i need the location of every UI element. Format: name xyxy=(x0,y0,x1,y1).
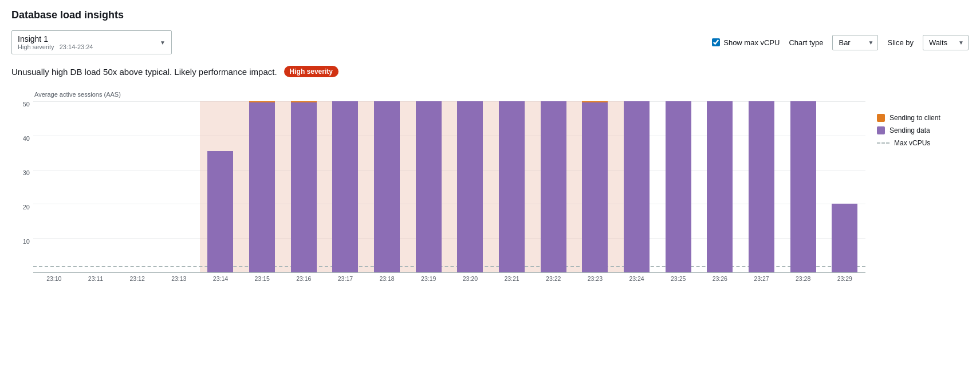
x-tick-2310: 23:10 xyxy=(33,275,75,282)
bar-group-12 xyxy=(533,101,574,272)
bar-12 xyxy=(541,101,566,272)
chart-area: Average active sessions (AAS) 50 40 30 2… xyxy=(11,91,865,282)
legend-sending-to-client: Sending to client xyxy=(877,114,969,122)
x-tick-2320: 23:20 xyxy=(450,275,491,282)
bar-5 xyxy=(249,101,275,272)
insight-dropdown-arrow: ▼ xyxy=(160,39,166,46)
bar-group-8 xyxy=(366,101,408,272)
bar-group-2 xyxy=(116,101,158,272)
slice-by-select[interactable]: Waits SQL Users Hosts xyxy=(923,35,969,50)
y-tick-50: 50 xyxy=(23,101,30,108)
show-max-vcpu-label[interactable]: Show max vCPU xyxy=(712,38,780,47)
legend-label-sending-to-client: Sending to client xyxy=(890,114,940,122)
insight-selector[interactable]: Insight 1 High severity 23:14-23:24 ▼ xyxy=(11,30,172,54)
bar-8 xyxy=(374,101,400,272)
x-tick-2329: 23:29 xyxy=(824,275,865,282)
bar-6 xyxy=(291,101,317,272)
x-tick-2323: 23:23 xyxy=(574,275,616,282)
bar-14 xyxy=(624,101,650,272)
bar-group-4 xyxy=(200,101,242,272)
x-tick-2322: 23:22 xyxy=(533,275,574,282)
chart-ylabel: Average active sessions (AAS) xyxy=(34,91,865,98)
insight-severity: High severity xyxy=(18,43,54,50)
chart-type-select-wrapper[interactable]: Bar Line ▼ xyxy=(832,35,878,50)
bar-group-9 xyxy=(408,101,450,272)
alert-text: Unusually high DB load 50x above typical… xyxy=(11,67,277,77)
x-tick-2317: 23:17 xyxy=(325,275,367,282)
bar-group-16 xyxy=(699,101,741,272)
legend-sending-data: Sending data xyxy=(877,126,969,134)
legend-color-sending-to-client xyxy=(877,114,885,122)
bar-group-14 xyxy=(616,101,658,272)
y-tick-30: 30 xyxy=(23,170,30,176)
legend-label-max-vcpus: Max vCPUs xyxy=(894,139,930,147)
insight-name: Insight 1 xyxy=(18,34,153,43)
x-tick-2314: 23:14 xyxy=(200,275,242,282)
legend-max-vcpus: Max vCPUs xyxy=(877,139,969,147)
show-max-vcpu-text: Show max vCPU xyxy=(723,38,780,47)
bar-group-5 xyxy=(241,101,283,272)
bar-orange-top-13 xyxy=(582,101,608,102)
y-tick-40: 40 xyxy=(23,136,30,142)
bar-group-1 xyxy=(75,101,117,272)
chart-type-select[interactable]: Bar Line xyxy=(832,35,878,50)
x-tick-2327: 23:27 xyxy=(741,275,782,282)
legend-color-sending-data xyxy=(877,126,885,134)
controls-row: Insight 1 High severity 23:14-23:24 ▼ Sh… xyxy=(11,30,969,54)
x-tick-2325: 23:25 xyxy=(658,275,699,282)
y-tick-20: 20 xyxy=(23,204,30,211)
alert-row: Unusually high DB load 50x above typical… xyxy=(11,66,969,77)
x-tick-2311: 23:11 xyxy=(75,275,117,282)
bar-13 xyxy=(582,101,608,272)
bar-group-17 xyxy=(741,101,782,272)
bar-16 xyxy=(707,101,733,272)
bar-9 xyxy=(416,101,442,272)
insight-time-range: 23:14-23:24 xyxy=(60,43,93,50)
y-axis: 50 40 30 20 10 xyxy=(11,101,33,273)
insight-meta: High severity 23:14-23:24 xyxy=(18,43,153,50)
x-tick-2324: 23:24 xyxy=(616,275,658,282)
x-tick-2318: 23:18 xyxy=(366,275,408,282)
x-tick-2321: 23:21 xyxy=(491,275,533,282)
x-tick-2316: 23:16 xyxy=(283,275,325,282)
bar-group-0 xyxy=(33,101,75,272)
x-tick-2312: 23:12 xyxy=(116,275,158,282)
x-axis: 23:1023:1123:1223:1323:1423:1523:1623:17… xyxy=(33,275,865,282)
bar-group-6 xyxy=(283,101,325,272)
chart-plot xyxy=(33,101,865,273)
bar-orange-top-6 xyxy=(291,101,317,102)
bar-group-18 xyxy=(782,101,824,272)
x-tick-2315: 23:15 xyxy=(241,275,283,282)
chart-legend: Sending to client Sending data Max vCPUs xyxy=(877,91,969,282)
bar-group-7 xyxy=(325,101,367,272)
bar-group-19 xyxy=(824,101,865,272)
slice-by-label: Slice by xyxy=(887,38,914,47)
bar-4 xyxy=(207,151,233,272)
y-tick-10: 10 xyxy=(23,239,30,245)
bar-7 xyxy=(332,101,358,272)
legend-label-sending-data: Sending data xyxy=(890,126,930,134)
chart-container: Average active sessions (AAS) 50 40 30 2… xyxy=(11,91,969,282)
bar-group-15 xyxy=(658,101,699,272)
legend-dash-max-vcpus xyxy=(877,142,890,144)
show-max-vcpu-checkbox[interactable] xyxy=(712,38,720,46)
bar-15 xyxy=(666,101,691,272)
slice-by-select-wrapper[interactable]: Waits SQL Users Hosts ▼ xyxy=(923,35,969,50)
bar-10 xyxy=(457,101,483,272)
bar-group-3 xyxy=(158,101,200,272)
severity-badge: High severity xyxy=(284,66,339,77)
bar-group-10 xyxy=(450,101,491,272)
bar-11 xyxy=(499,101,525,272)
bar-19 xyxy=(832,204,857,272)
x-tick-2326: 23:26 xyxy=(699,275,741,282)
bars-row xyxy=(33,101,865,272)
bar-group-11 xyxy=(491,101,533,272)
bar-group-13 xyxy=(574,101,616,272)
page-title: Database load insights xyxy=(11,9,969,21)
bar-orange-top-5 xyxy=(249,101,275,102)
chart-inner: 50 40 30 20 10 xyxy=(11,101,865,273)
x-tick-2319: 23:19 xyxy=(408,275,450,282)
chart-type-label: Chart type xyxy=(789,38,823,47)
bar-18 xyxy=(790,101,816,272)
x-tick-2313: 23:13 xyxy=(158,275,200,282)
